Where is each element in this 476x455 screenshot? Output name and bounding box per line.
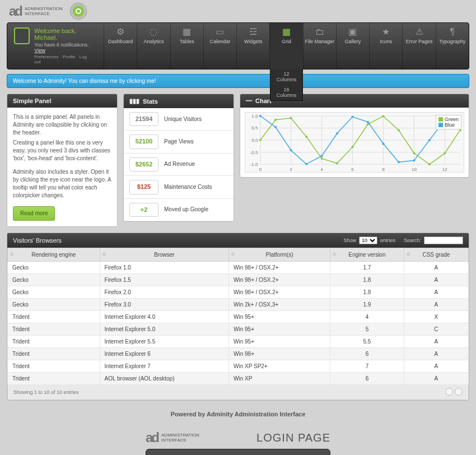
link-profile[interactable]: Profile bbox=[63, 54, 76, 59]
submenu-item[interactable]: 16 Columns bbox=[270, 85, 302, 100]
login-page-title: LOGIN PAGE bbox=[203, 431, 330, 444]
svg-text:0.0: 0.0 bbox=[251, 138, 258, 143]
table-pager[interactable] bbox=[444, 388, 463, 397]
stat-label: Moved up Google bbox=[164, 206, 208, 213]
brand-bar: ad ADMINISTRATIONINTERFACE bbox=[0, 0, 476, 22]
svg-text:10: 10 bbox=[412, 167, 417, 172]
sort-icon: ◇ bbox=[407, 252, 410, 257]
svg-point-35 bbox=[428, 163, 431, 165]
svg-text:6: 6 bbox=[351, 167, 354, 172]
table-row: GeckoFirefox 2.0Win 98+ / OSX.2+1.8A bbox=[8, 286, 469, 299]
stat-value: 52100 bbox=[129, 134, 158, 148]
svg-text:0: 0 bbox=[259, 167, 262, 172]
nav-file-manager[interactable]: 🗀File Manager bbox=[303, 23, 336, 69]
stat-value: 21594 bbox=[129, 112, 158, 126]
chart-plot: -1.0-0.50.00.51.0024681012 Green Blue bbox=[245, 112, 464, 173]
simple-panel-head[interactable]: Simple Panel bbox=[7, 94, 117, 108]
login-brand-glyph: ad bbox=[146, 430, 158, 445]
nav-widgets[interactable]: ☲Widgets bbox=[236, 23, 269, 69]
table-row: TridentInternet Explorer 6Win 98+6A bbox=[8, 348, 469, 360]
svg-point-32 bbox=[382, 115, 384, 117]
stat-value: $2652 bbox=[129, 157, 158, 171]
stat-row: $125Maintenance Costs bbox=[124, 176, 234, 198]
simple-p2: Creating a panel like this one is very e… bbox=[13, 139, 111, 162]
chart-legend: Green Blue bbox=[436, 115, 461, 129]
table-row: GeckoFirefox 1.0Win 98+ / OSX.2+1.7A bbox=[8, 262, 469, 274]
stats-panel-head[interactable]: ▮▮▮Stats bbox=[124, 94, 234, 108]
nav-icon: ▦ bbox=[270, 26, 302, 38]
table-row: TridentInternet Explorer 5.5Win 95+5.5A bbox=[8, 336, 469, 348]
nav-analytics[interactable]: ◌Analytics bbox=[137, 23, 170, 69]
sort-icon: ◇ bbox=[10, 252, 13, 257]
nav-gallery[interactable]: ▣Gallery bbox=[336, 23, 369, 69]
svg-point-47 bbox=[398, 161, 400, 163]
svg-point-28 bbox=[321, 157, 323, 160]
table-search-input[interactable] bbox=[424, 236, 463, 244]
submenu-item[interactable]: 12 Columns bbox=[270, 69, 302, 85]
simple-p1: This is a simple panel. All panels in Ad… bbox=[13, 113, 111, 137]
nav-dashboard[interactable]: ⚙Dashboard bbox=[104, 23, 137, 69]
nav-icon: ▣ bbox=[337, 26, 369, 38]
nav-icon: ▭ bbox=[204, 26, 236, 38]
nav-icon: ☲ bbox=[237, 26, 269, 38]
table-row: GeckoFirefox 1.5Win 98+ / OSX.2+1.8A bbox=[8, 274, 469, 286]
svg-text:12: 12 bbox=[442, 167, 448, 172]
welcome-block: Welcome back, Michael. You have 6 notifi… bbox=[7, 23, 104, 69]
svg-point-25 bbox=[274, 119, 277, 121]
nav-tables[interactable]: ▦Tables bbox=[170, 23, 203, 69]
stat-row: 52100Page Views bbox=[124, 131, 234, 153]
col-header[interactable]: ◇Browser bbox=[100, 248, 228, 262]
stats-panel: ▮▮▮Stats 21594Unique Visitors52100Page V… bbox=[123, 94, 234, 222]
svg-point-34 bbox=[413, 152, 415, 154]
table-row: TridentAOL browser (AOL desktop)Win XP6A bbox=[8, 373, 469, 385]
svg-point-33 bbox=[398, 129, 400, 131]
svg-point-30 bbox=[351, 146, 353, 148]
nav-error-pages[interactable]: ⚠Error Pages bbox=[402, 23, 435, 69]
stat-row: +2Moved up Google bbox=[124, 199, 234, 221]
svg-point-24 bbox=[259, 139, 262, 141]
col-header[interactable]: ◇Engine version bbox=[330, 248, 404, 262]
col-header[interactable]: ◇CSS grade bbox=[404, 248, 468, 262]
svg-point-26 bbox=[290, 117, 292, 119]
nav-icon: ▦ bbox=[171, 26, 203, 38]
table-title: Visitors' Browsers bbox=[13, 237, 62, 244]
read-more-button[interactable]: Read more bbox=[13, 206, 55, 221]
nav-icon: ⚠ bbox=[403, 26, 435, 38]
nav-calendar[interactable]: ▭Calendar bbox=[203, 23, 236, 69]
dismissable-notice[interactable]: Welcome to Adminity! You can dismiss me … bbox=[7, 74, 469, 88]
simple-p3: Adminity also includes a styler. Open it… bbox=[13, 168, 111, 199]
stat-label: Page Views bbox=[164, 138, 194, 146]
browsers-table: ◇Rendering engine◇Browser◇Platform(s)◇En… bbox=[7, 248, 469, 385]
nav-icon: ⚙ bbox=[104, 26, 137, 38]
table-row: TridentInternet Explorer 4.0Win 95+4X bbox=[8, 311, 469, 323]
svg-point-44 bbox=[351, 116, 353, 118]
stat-value: $125 bbox=[129, 180, 158, 194]
svg-point-45 bbox=[367, 121, 369, 123]
link-preferences[interactable]: Preferences bbox=[34, 54, 58, 59]
table-info: Showing 1 to 10 of 10 entries bbox=[13, 389, 79, 395]
nav-icon: 🗀 bbox=[304, 26, 336, 38]
welcome-greeting: Welcome back, Michael. bbox=[34, 27, 97, 41]
nav-icons[interactable]: ★Icons bbox=[369, 23, 402, 69]
col-header[interactable]: ◇Rendering engine bbox=[8, 248, 100, 262]
browsers-table-panel: Visitors' Browsers Show 10 entries Searc… bbox=[7, 233, 469, 401]
nav-typography[interactable]: ¶Typography bbox=[436, 23, 469, 69]
entries-select[interactable]: 10 bbox=[359, 236, 377, 244]
stat-label: Ad Revenue bbox=[164, 160, 195, 168]
styler-eye-icon[interactable] bbox=[71, 3, 86, 19]
svg-point-40 bbox=[290, 149, 292, 151]
svg-text:2: 2 bbox=[290, 167, 292, 172]
svg-point-42 bbox=[321, 155, 323, 157]
powered-by: Powered by Adminity Administration Inter… bbox=[0, 411, 476, 417]
nav-grid[interactable]: ▦Grid12 Columns16 Columns bbox=[269, 23, 302, 69]
stat-row: $2652Ad Revenue bbox=[124, 154, 234, 176]
svg-point-41 bbox=[305, 163, 307, 165]
nav-icon: ★ bbox=[370, 26, 402, 38]
view-link[interactable]: View bbox=[34, 48, 45, 53]
col-header[interactable]: ◇Platform(s) bbox=[229, 248, 330, 262]
avatar bbox=[14, 27, 30, 44]
stats-icon: ▮▮▮ bbox=[129, 97, 139, 105]
table-row: TridentInternet Explorer 7Win XP SP2+7A bbox=[8, 360, 469, 373]
svg-point-43 bbox=[336, 132, 338, 134]
simple-panel: Simple Panel This is a simple panel. All… bbox=[7, 94, 118, 227]
